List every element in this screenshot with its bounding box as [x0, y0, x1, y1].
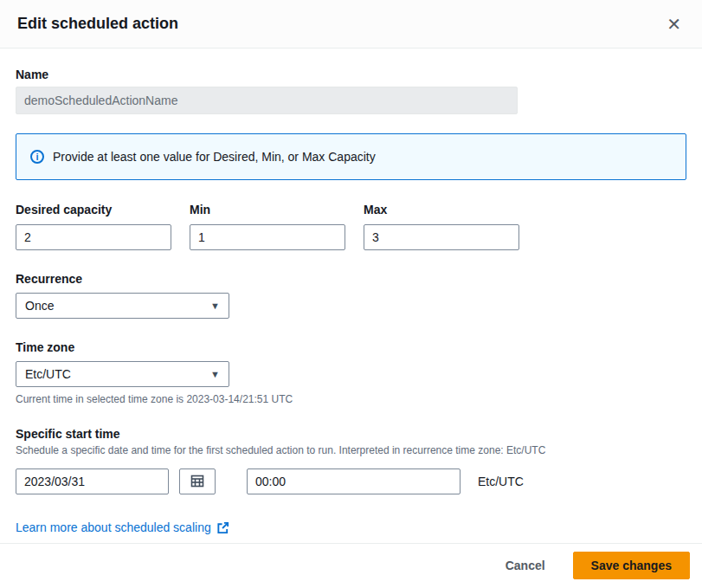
learn-more-link-label: Learn more about scheduled scaling [16, 520, 211, 534]
recurrence-select[interactable]: Once ▼ [16, 293, 229, 319]
specific-start-time-field: Specific start time Schedule a specific … [16, 427, 686, 494]
recurrence-selected-value: Once [25, 299, 54, 313]
calendar-icon [190, 474, 204, 490]
modal-title: Edit scheduled action [17, 15, 178, 33]
start-time-input[interactable] [247, 468, 460, 494]
modal-footer: Cancel Save changes [0, 543, 702, 588]
modal-header: Edit scheduled action ✕ [0, 0, 702, 48]
start-date-input[interactable] [16, 468, 169, 494]
calendar-button[interactable] [179, 468, 216, 494]
min-capacity-input[interactable] [190, 224, 345, 250]
recurrence-label: Recurrence [16, 272, 686, 286]
recurrence-field: Recurrence Once ▼ [16, 272, 686, 319]
edit-scheduled-action-modal: Edit scheduled action ✕ Name i Provide a… [0, 0, 702, 588]
time-zone-field: Time zone Etc/UTC ▼ Current time in sele… [16, 340, 686, 405]
datetime-row: Etc/UTC [16, 468, 686, 494]
time-zone-select[interactable]: Etc/UTC ▼ [16, 361, 229, 387]
specific-start-time-label: Specific start time [16, 427, 686, 441]
current-time-caption: Current time in selected time zone is 20… [16, 393, 686, 405]
modal-body: Name i Provide at least one value for De… [0, 48, 702, 543]
max-capacity-input[interactable] [364, 224, 519, 250]
timezone-suffix-label: Etc/UTC [478, 475, 524, 488]
learn-more-link[interactable]: Learn more about scheduled scaling [16, 520, 229, 534]
time-zone-selected-value: Etc/UTC [25, 367, 71, 381]
desired-capacity-field: Desired capacity [16, 203, 171, 250]
min-capacity-field: Min [190, 203, 345, 250]
chevron-down-icon: ▼ [210, 300, 220, 311]
capacity-row: Desired capacity Min Max [16, 203, 686, 250]
info-alert-text: Provide at least one value for Desired, … [53, 150, 376, 164]
cancel-button[interactable]: Cancel [502, 553, 549, 578]
name-label: Name [16, 68, 686, 81]
info-alert: i Provide at least one value for Desired… [16, 133, 686, 180]
desired-capacity-input[interactable] [16, 224, 171, 250]
specific-start-time-description: Schedule a specific date and time for th… [16, 444, 686, 456]
save-changes-button[interactable]: Save changes [573, 552, 690, 579]
name-input [16, 87, 518, 114]
info-icon: i [30, 150, 44, 164]
external-link-icon [216, 521, 229, 534]
max-capacity-label: Max [364, 203, 519, 216]
close-icon[interactable]: ✕ [663, 12, 685, 36]
time-zone-label: Time zone [16, 340, 686, 354]
chevron-down-icon: ▼ [210, 369, 220, 379]
min-capacity-label: Min [190, 203, 345, 216]
max-capacity-field: Max [364, 203, 519, 250]
desired-capacity-label: Desired capacity [16, 203, 171, 216]
